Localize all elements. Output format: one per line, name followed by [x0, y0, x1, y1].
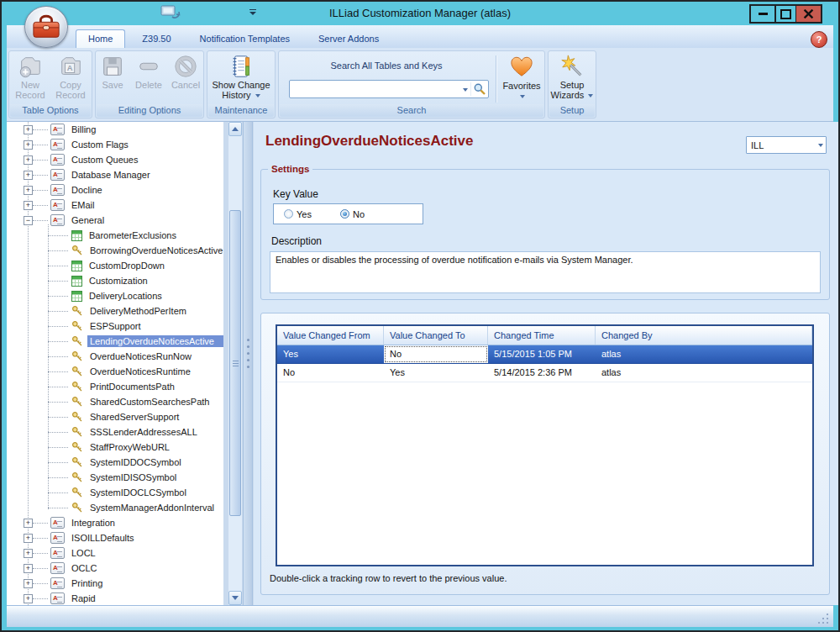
tree-item-overduenoticesrunnow[interactable]: OverdueNoticesRunNow	[7, 349, 223, 364]
table-icon	[71, 261, 82, 271]
tree-scrollbar[interactable]	[228, 122, 242, 605]
maximize-icon	[780, 9, 791, 19]
app-menu-button[interactable]	[24, 6, 68, 48]
history-row-0[interactable]: YesNo5/15/2015 1:05 PMatlas	[277, 345, 812, 364]
tree-item-customdropdown[interactable]: CustomDropDown	[7, 258, 223, 273]
change-history-icon	[208, 54, 274, 79]
minimize-icon	[759, 13, 768, 15]
expand-icon[interactable]: +	[24, 186, 33, 195]
tree-item-printing[interactable]: +APrinting	[7, 576, 223, 591]
maximize-button[interactable]	[774, 4, 797, 24]
tree-item-billing[interactable]: +ABilling	[7, 122, 223, 137]
scroll-down-button[interactable]	[228, 591, 242, 605]
delete-button[interactable]: Delete	[131, 53, 166, 90]
tree-item-integration[interactable]: +AIntegration	[7, 515, 223, 530]
save-button[interactable]: Save	[96, 53, 129, 90]
expand-icon[interactable]: +	[24, 579, 33, 588]
favorites-button[interactable]: Favorites	[499, 54, 544, 101]
tree-item-email[interactable]: +AEMail	[7, 198, 223, 213]
expand-icon[interactable]: +	[24, 155, 33, 165]
column-header-value-changed-from[interactable]: Value Changed From	[277, 326, 384, 345]
help-button[interactable]: ?	[811, 31, 827, 48]
column-header-value-changed-to[interactable]: Value Changed To	[384, 326, 488, 345]
scope-dropdown[interactable]	[813, 138, 826, 153]
close-button[interactable]	[796, 4, 822, 24]
tree-item-espsupport[interactable]: ESPSupport	[7, 319, 223, 334]
tree-connector	[48, 508, 68, 508]
cancel-button[interactable]: Cancel	[168, 53, 203, 90]
tree-item-printdocumentspath[interactable]: PrintDocumentsPath	[7, 379, 223, 394]
tree-item-systemiddocsymbol[interactable]: SystemIDDOCSymbol	[7, 455, 223, 470]
tree-item-systemidisosymbol[interactable]: SystemIDISOSymbol	[7, 470, 223, 485]
tab-notification-templates[interactable]: Notification Templates	[188, 30, 302, 48]
expand-icon[interactable]: +	[24, 201, 33, 210]
key-value-label: Key Value	[273, 188, 318, 200]
search-input[interactable]	[290, 83, 459, 95]
category-icon: A	[50, 139, 65, 150]
tree-item-customization[interactable]: Customization	[7, 273, 223, 288]
tab-home[interactable]: Home	[76, 29, 125, 48]
tree-item-custom-flags[interactable]: +ACustom Flags	[7, 137, 223, 152]
expand-icon[interactable]: +	[24, 534, 33, 543]
search-combobox[interactable]	[289, 80, 489, 98]
new-record-button[interactable]: New Record	[11, 53, 50, 100]
search-dropdown[interactable]	[459, 82, 470, 97]
ribbon: New Record A Copy Record Table Options S…	[7, 48, 833, 122]
tree-item-label: SSSLenderAddressesALL	[87, 426, 223, 438]
tree-item-deliverylocations[interactable]: DeliveryLocations	[7, 288, 223, 303]
new-record-icon	[11, 54, 50, 79]
group-label-editing-options: Editing Options	[97, 104, 202, 117]
setup-wizards-button[interactable]: Setup Wizards	[549, 53, 595, 100]
expand-icon[interactable]: +	[24, 549, 33, 558]
search-go-button[interactable]	[470, 82, 488, 96]
tab-z39-50[interactable]: Z39.50	[130, 30, 182, 48]
tree-item-borrowingoverduenoticesactive[interactable]: BorrowingOverdueNoticesActive	[7, 243, 223, 258]
expand-icon[interactable]: +	[24, 564, 33, 573]
tree-item-label: PrintDocumentsPath	[87, 381, 223, 392]
key-value-radio-no[interactable]: No	[340, 209, 365, 219]
resize-grip[interactable]	[818, 614, 820, 615]
tree-item-systemidoclcsymbol[interactable]: SystemIDOCLCSymbol	[7, 485, 223, 500]
tree-item-locl[interactable]: +ALOCL	[7, 545, 223, 561]
history-row-1[interactable]: NoYes5/14/2015 2:36 PMatlas	[277, 364, 812, 382]
show-change-history-button[interactable]: Show Change History	[208, 53, 274, 100]
scrollbar-thumb[interactable]	[229, 210, 241, 516]
copy-record-button[interactable]: A Copy Record	[51, 53, 90, 100]
tree-item-label: Integration	[69, 517, 223, 529]
tree-item-label: General	[69, 214, 223, 226]
collapse-icon[interactable]: −	[24, 216, 33, 225]
column-header-changed-time[interactable]: Changed Time	[488, 326, 596, 345]
column-header-changed-by[interactable]: Changed By	[596, 326, 812, 345]
tree-item-database-manager[interactable]: +ADatabase Manager	[7, 167, 223, 182]
tree-item-barometerexclusions[interactable]: BarometerExclusions	[7, 228, 223, 243]
key-value-radio-yes[interactable]: Yes	[284, 209, 312, 219]
tree-item-overduenoticesruntime[interactable]: OverdueNoticesRuntime	[7, 364, 223, 379]
pane-splitter[interactable]	[243, 122, 253, 605]
tree-item-sharedserversupport[interactable]: SharedServerSupport	[7, 409, 223, 424]
tree-item-isoilldefaults[interactable]: +AISOILLDefaults	[7, 530, 223, 545]
minimize-button[interactable]	[749, 4, 774, 24]
scope-select[interactable]: ILL	[746, 136, 827, 154]
expand-icon[interactable]: +	[24, 171, 33, 180]
history-hint: Double-click a tracking row to revert to…	[270, 573, 507, 583]
tree-item-custom-queues[interactable]: +ACustom Queues	[7, 152, 223, 167]
tree-item-deliverymethodperitem[interactable]: DeliveryMethodPerItem	[7, 303, 223, 319]
tree-item-docline[interactable]: +ADocline	[7, 182, 223, 198]
tree-item-ssslenderaddressesall[interactable]: SSSLenderAddressesALL	[7, 424, 223, 440]
tree-item-systemmanageraddoninterval[interactable]: SystemManagerAddonInterval	[7, 500, 223, 515]
tree-item-oclc[interactable]: +AOCLC	[7, 561, 223, 576]
tree-item-sharedcustomsearchespath[interactable]: SharedCustomSearchesPath	[7, 394, 223, 409]
expand-icon[interactable]: +	[24, 140, 33, 150]
scope-value: ILL	[747, 140, 813, 150]
expand-icon[interactable]: +	[24, 519, 33, 528]
tree-item-general[interactable]: −AGeneral	[7, 213, 223, 228]
table-icon	[71, 230, 82, 241]
tree-item-staffproxyweburl[interactable]: StaffProxyWebURL	[7, 440, 223, 455]
cancel-label: Cancel	[171, 80, 200, 90]
expand-icon[interactable]: +	[24, 594, 33, 603]
scroll-up-button[interactable]	[228, 122, 242, 136]
tab-server-addons[interactable]: Server Addons	[307, 30, 391, 48]
tree-item-lendingoverduenoticesactive[interactable]: LendingOverdueNoticesActive	[7, 334, 223, 349]
expand-icon[interactable]: +	[24, 125, 33, 134]
tree-item-rapid[interactable]: +ARapid	[7, 591, 223, 605]
